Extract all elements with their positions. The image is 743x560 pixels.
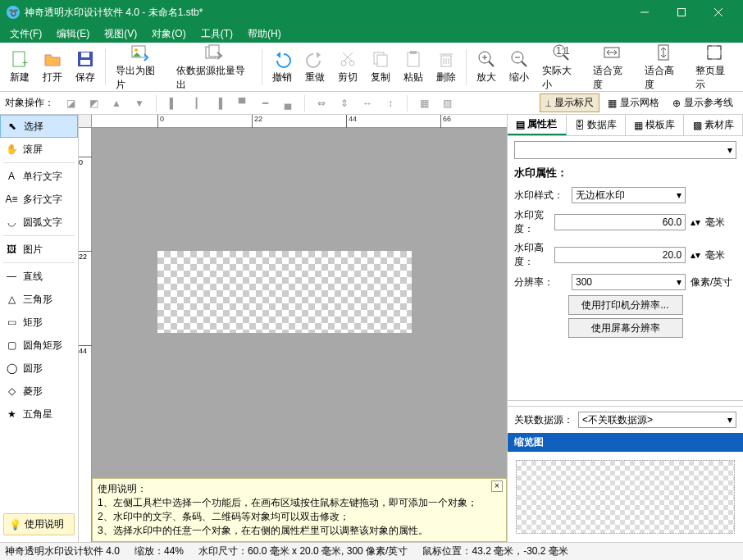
same-width-icon[interactable]: ↔: [358, 94, 377, 112]
select-icon: ⬉: [6, 120, 19, 133]
height-input[interactable]: [554, 247, 686, 263]
menu-tools[interactable]: 工具(T): [194, 25, 239, 43]
fit-height-button[interactable]: 适合高度: [638, 41, 689, 93]
copy-button[interactable]: 复制: [364, 48, 397, 86]
assoc-row: 关联数据源： <不关联数据源>▾: [508, 406, 743, 433]
use-screen-dpi-button[interactable]: 使用屏幕分辨率: [568, 318, 683, 338]
spinner-icon[interactable]: ▴▾: [691, 249, 700, 261]
align-left-icon[interactable]: ▌: [163, 94, 183, 112]
tool-text-line[interactable]: A单行文字: [0, 165, 78, 188]
full-page-button[interactable]: 整页显示: [689, 41, 740, 93]
group-icon[interactable]: ▦: [414, 94, 434, 112]
paste-button[interactable]: 粘贴: [397, 48, 430, 86]
cut-button[interactable]: 剪切: [331, 48, 364, 86]
save-button[interactable]: 保存: [69, 48, 102, 86]
layer-back-icon[interactable]: ◩: [84, 94, 103, 112]
menu-file[interactable]: 文件(F): [3, 25, 48, 43]
export-image-button[interactable]: 导出为图片: [109, 41, 170, 93]
zoom-in-button[interactable]: 放大: [470, 48, 503, 86]
menu-edit[interactable]: 编辑(E): [50, 25, 96, 43]
delete-button[interactable]: 删除: [430, 48, 463, 86]
assoc-combo[interactable]: <不关联数据源>▾: [578, 412, 736, 428]
tool-star[interactable]: ★五角星: [0, 403, 78, 426]
actual-size-button[interactable]: 1:1实际大小: [536, 41, 586, 93]
close-button[interactable]: [700, 0, 736, 25]
svg-rect-18: [377, 55, 387, 66]
toolbar-label: 保存: [75, 71, 95, 84]
open-button[interactable]: 打开: [36, 48, 69, 86]
zoom-out-button[interactable]: 缩小: [503, 48, 536, 86]
svg-line-16: [344, 52, 353, 61]
tool-label: 矩形: [23, 316, 43, 330]
batch-export-button[interactable]: 依数据源批量导出: [170, 41, 258, 93]
tool-select[interactable]: ⬉选择: [0, 115, 78, 138]
tab-properties[interactable]: ▤属性栏: [508, 115, 567, 135]
same-height-icon[interactable]: ↕: [381, 94, 400, 112]
tool-label: 三角形: [23, 293, 52, 307]
spinner-icon[interactable]: ▴▾: [691, 216, 700, 228]
svg-line-27: [489, 61, 494, 66]
layer-front-icon[interactable]: ◪: [61, 94, 80, 112]
toggle-ruler[interactable]: ⟂ 显示标尺: [540, 93, 599, 112]
zoom-out-icon: [509, 49, 529, 69]
right-panel-tabs: ▤属性栏 🗄数据库 ▦模板库 ▩素材库: [508, 115, 743, 136]
align-center-h-icon[interactable]: ┃: [186, 94, 206, 112]
tool-pan[interactable]: ✋滚屏: [0, 138, 78, 161]
toggle-guides[interactable]: ⊕ 显示参考线: [668, 94, 738, 112]
tool-roundrect[interactable]: ▢圆角矩形: [0, 334, 78, 357]
toggle-grid[interactable]: ▦ 显示网格: [603, 94, 664, 112]
toolbar-label: 适合宽度: [593, 64, 631, 92]
redo-button[interactable]: 重做: [299, 48, 331, 86]
svg-line-31: [522, 61, 526, 66]
tool-text-arc[interactable]: ◡圆弧文字: [0, 211, 78, 234]
tab-templates[interactable]: ▦模板库: [626, 115, 685, 135]
ruler-corner: [79, 115, 92, 128]
toolbar-label: 实际大小: [542, 64, 580, 92]
align-right-icon[interactable]: ▐: [209, 94, 229, 112]
menu-view[interactable]: 视图(V): [98, 25, 144, 43]
width-input[interactable]: [554, 214, 686, 230]
ungroup-icon[interactable]: ▨: [437, 94, 457, 112]
menu-help[interactable]: 帮助(H): [241, 25, 288, 43]
style-combo[interactable]: 无边框水印▾: [572, 187, 686, 203]
align-top-icon[interactable]: ▀: [232, 94, 252, 112]
star-icon: ★: [5, 407, 18, 421]
toolbar-label: 重做: [305, 71, 325, 84]
toolbar-label: 适合高度: [645, 64, 682, 92]
layer-up-icon[interactable]: ▲: [107, 94, 126, 112]
tool-ellipse[interactable]: ◯圆形: [0, 357, 78, 380]
align-middle-icon[interactable]: ━: [255, 94, 275, 112]
new-button[interactable]: +新建: [3, 48, 36, 86]
width-unit: 毫米: [705, 216, 736, 230]
undo-button[interactable]: 撤销: [266, 48, 299, 86]
tab-materials[interactable]: ▩素材库: [684, 115, 743, 135]
dpi-combo[interactable]: 300▾: [572, 274, 686, 290]
object-ops-label: 对象操作：: [5, 96, 54, 110]
tool-rect[interactable]: ▭矩形: [0, 311, 78, 334]
tool-text-multi[interactable]: A≡多行文字: [0, 188, 78, 211]
object-selector-combo[interactable]: ▾: [514, 141, 736, 159]
close-icon[interactable]: ×: [491, 480, 503, 492]
tool-triangle[interactable]: △三角形: [0, 288, 78, 311]
dist-v-icon[interactable]: ⇕: [335, 94, 354, 112]
tool-image[interactable]: 🖼图片: [0, 238, 78, 261]
watermark-object[interactable]: [157, 251, 412, 333]
dpi-label: 分辨率：: [514, 275, 567, 289]
maximize-button[interactable]: [663, 0, 700, 25]
minimize-button[interactable]: [626, 0, 663, 25]
tab-database[interactable]: 🗄数据库: [567, 115, 626, 135]
lightbulb-icon: 💡: [9, 519, 21, 530]
tool-line[interactable]: —直线: [0, 265, 78, 288]
help-line: 1、左侧工具栏中选择一个功能后，在画布区域按住鼠标左键拖动，即可添加一个对象；: [98, 496, 501, 510]
dist-h-icon[interactable]: ⇔: [312, 94, 331, 112]
tool-label: 滚屏: [23, 143, 43, 157]
help-button[interactable]: 💡 使用说明: [3, 513, 75, 535]
use-printer-dpi-button[interactable]: 使用打印机分辨率...: [568, 295, 683, 315]
layer-down-icon[interactable]: ▼: [130, 94, 149, 112]
tool-diamond[interactable]: ◇菱形: [0, 380, 78, 403]
toolbar-label: 删除: [436, 71, 456, 84]
fit-width-button[interactable]: 适合宽度: [586, 41, 637, 93]
toolbar-label: 剪切: [338, 71, 358, 84]
menu-object[interactable]: 对象(O): [145, 25, 192, 43]
align-bottom-icon[interactable]: ▄: [278, 94, 298, 112]
